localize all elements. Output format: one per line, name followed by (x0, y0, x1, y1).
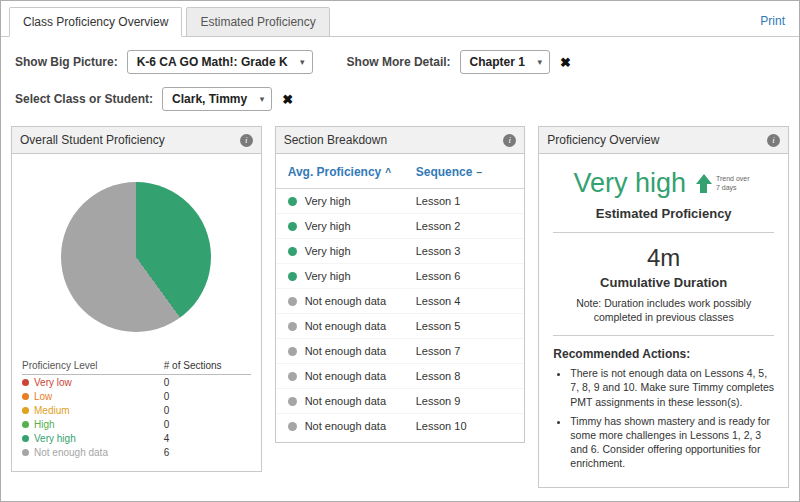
tab-estimated-proficiency[interactable]: Estimated Proficiency (186, 7, 329, 37)
class-student-label: Select Class or Student: (15, 92, 153, 106)
trend-row: Very high Trend over 7 days (553, 168, 774, 199)
duration-note: Note: Duration includes work possibly co… (553, 297, 774, 324)
lesson-label: Lesson 6 (416, 270, 513, 282)
filter-row-big-picture: Show Big Picture: K-6 CA GO Math!: Grade… (1, 50, 799, 74)
proficiency-dot (22, 449, 29, 456)
chevron-down-icon: ▾ (300, 57, 305, 67)
filter-row-class-student: Select Class or Student: Clark, Timmy ▾ … (1, 87, 799, 111)
proficiency-dot (288, 422, 297, 431)
panel-header: Section Breakdown i (276, 127, 525, 154)
legend-col-proficiency-level: Proficiency Level (22, 360, 164, 371)
info-icon[interactable]: i (240, 134, 253, 147)
legend-label: Low (34, 391, 52, 402)
tab-bar: Class Proficiency Overview Estimated Pro… (1, 1, 799, 37)
proficiency-label: Not enough data (305, 395, 386, 407)
legend-row: Very high 4 (22, 431, 251, 445)
legend-label: Medium (34, 405, 70, 416)
legend-col-num-sections: # of Sections (164, 360, 251, 371)
lesson-label: Lesson 2 (416, 220, 513, 232)
class-student-value: Clark, Timmy (172, 92, 247, 106)
proficiency-dot (288, 397, 297, 406)
print-link[interactable]: Print (760, 14, 785, 36)
proficiency-label: Very high (305, 270, 351, 282)
lesson-label: Lesson 7 (416, 345, 513, 357)
proficiency-label: Not enough data (305, 370, 386, 382)
lesson-label: Lesson 5 (416, 320, 513, 332)
lesson-label: Lesson 1 (416, 195, 513, 207)
lesson-label: Lesson 4 (416, 295, 513, 307)
proficiency-label: Very high (305, 220, 351, 232)
legend-count: 0 (164, 391, 251, 402)
info-icon[interactable]: i (767, 134, 780, 147)
class-student-select[interactable]: Clark, Timmy ▾ (162, 87, 272, 111)
legend-row: Very low 0 (22, 375, 251, 389)
lesson-label: Lesson 9 (416, 395, 513, 407)
legend-label: Very high (34, 433, 76, 444)
more-detail-value: Chapter 1 (470, 55, 525, 69)
clear-class-student-button[interactable]: ✖ (282, 92, 293, 107)
proficiency-label: Not enough data (305, 420, 386, 432)
section-row: Not enough data Lesson 7 (276, 339, 525, 364)
section-row: Very high Lesson 6 (276, 264, 525, 289)
legend-count: 6 (164, 447, 251, 458)
legend-label: High (34, 419, 55, 430)
legend-count: 4 (164, 433, 251, 444)
recommended-action-item: There is not enough data on Lessons 4, 5… (570, 366, 774, 409)
tab-class-proficiency-overview[interactable]: Class Proficiency Overview (9, 7, 182, 37)
proficiency-label: Very high (305, 245, 351, 257)
proficiency-dot (22, 435, 29, 442)
info-icon[interactable]: i (503, 134, 516, 147)
recommended-actions-title: Recommended Actions: (553, 347, 774, 361)
recommended-action-item: Timmy has shown mastery and is ready for… (570, 414, 774, 471)
section-row: Not enough data Lesson 8 (276, 364, 525, 389)
proficiency-label: Not enough data (305, 295, 386, 307)
legend-row: High 0 (22, 417, 251, 431)
proficiency-dot (22, 421, 29, 428)
chevron-down-icon: ▾ (537, 57, 542, 67)
breakdown-table-header: Avg. Proficiency^ Sequence− (276, 154, 525, 189)
section-row: Not enough data Lesson 10 (276, 414, 525, 438)
cumulative-duration-value: 4m (553, 244, 774, 272)
panel-title: Section Breakdown (284, 133, 387, 147)
dashboard-page: Class Proficiency Overview Estimated Pro… (0, 0, 800, 502)
legend-label: Very low (34, 377, 72, 388)
big-picture-select[interactable]: K-6 CA GO Math!: Grade K ▾ (127, 50, 313, 74)
overall-panel-body: Proficiency Level # of Sections Very low… (12, 154, 261, 471)
panel-header: Overall Student Proficiency i (12, 127, 261, 154)
panel-header: Proficiency Overview i (539, 127, 788, 154)
section-breakdown-panel: Section Breakdown i Avg. Proficiency^ Se… (275, 126, 526, 443)
divider (553, 232, 774, 233)
cumulative-duration-label: Cumulative Duration (553, 275, 774, 290)
proficiency-level-text: Very high (573, 168, 686, 199)
overall-proficiency-panel: Overall Student Proficiency i Proficienc… (11, 126, 262, 472)
legend-header: Proficiency Level # of Sections (22, 360, 251, 375)
sort-asc-icon: ^ (385, 167, 391, 178)
proficiency-legend: Proficiency Level # of Sections Very low… (22, 360, 251, 459)
panels-container: Overall Student Proficiency i Proficienc… (1, 126, 799, 488)
section-row: Not enough data Lesson 5 (276, 314, 525, 339)
legend-count: 0 (164, 377, 251, 388)
recommended-actions-list: There is not enough data on Lessons 4, 5… (553, 366, 774, 470)
clear-more-detail-button[interactable]: ✖ (560, 55, 571, 70)
big-picture-value: K-6 CA GO Math!: Grade K (137, 55, 288, 69)
proficiency-label: Very high (305, 195, 351, 207)
proficiency-dot (288, 272, 297, 281)
proficiency-pie-chart (61, 182, 211, 332)
section-row: Not enough data Lesson 9 (276, 389, 525, 414)
lesson-label: Lesson 3 (416, 245, 513, 257)
proficiency-dot (288, 297, 297, 306)
section-row: Very high Lesson 3 (276, 239, 525, 264)
sort-sequence[interactable]: Sequence− (416, 165, 513, 179)
trend-period-label: Trend over 7 days (716, 175, 754, 191)
estimated-proficiency-label: Estimated Proficiency (553, 206, 774, 221)
sequence-header: Sequence (416, 165, 473, 179)
legend-row: Medium 0 (22, 403, 251, 417)
sort-none-icon: − (476, 167, 482, 178)
trend-up-arrow-icon (696, 174, 712, 193)
proficiency-label: Not enough data (305, 345, 386, 357)
legend-label: Not enough data (34, 447, 108, 458)
sort-avg-proficiency[interactable]: Avg. Proficiency^ (288, 165, 416, 179)
legend-count: 0 (164, 419, 251, 430)
more-detail-select[interactable]: Chapter 1 ▾ (460, 50, 550, 74)
proficiency-dot (288, 222, 297, 231)
